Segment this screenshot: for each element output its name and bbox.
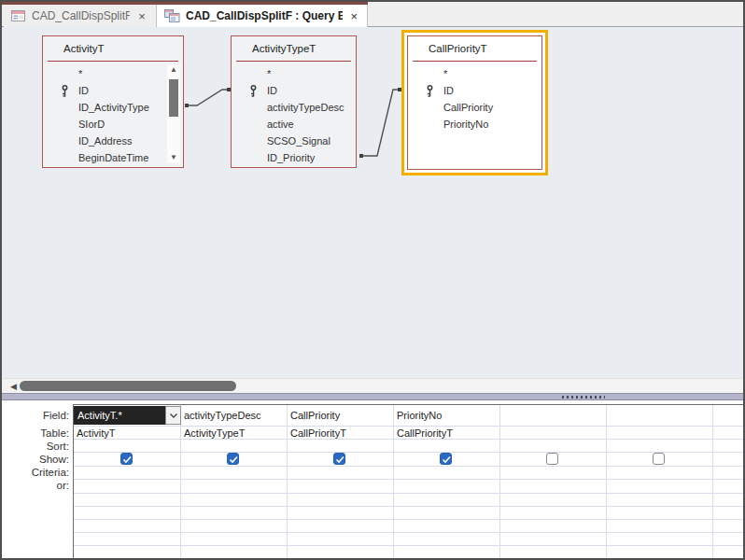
check-icon xyxy=(442,455,452,464)
field-row[interactable]: ID_ActivityType xyxy=(43,100,168,115)
field-row[interactable]: active xyxy=(232,117,352,132)
field-row-id[interactable]: ID xyxy=(408,83,538,98)
grid-row-label-table: Table: xyxy=(2,427,69,440)
document-tab-bar: CAD_CallDispSplitF × CAD_CallDispSplitF … xyxy=(2,2,743,27)
or-row[interactable] xyxy=(74,479,743,492)
field-row[interactable]: ID_Priority xyxy=(232,150,352,165)
table-title: ActivityT xyxy=(43,36,183,61)
sort-row[interactable] xyxy=(74,439,743,452)
table-title: CallPriorityT xyxy=(408,36,541,61)
close-icon[interactable]: × xyxy=(135,9,148,23)
field-row[interactable]: SCSO_Signal xyxy=(232,133,352,148)
title-divider xyxy=(48,61,178,62)
close-icon[interactable]: × xyxy=(348,9,359,23)
grid-row-line xyxy=(74,519,743,520)
chevron-down-icon xyxy=(169,413,178,419)
table-cell[interactable]: ActivityT xyxy=(77,427,116,440)
grid-row-label-criteria: Criteria: xyxy=(2,466,69,479)
field-row-asterisk[interactable]: * xyxy=(232,66,352,81)
scroll-up-icon[interactable]: ▲ xyxy=(167,64,180,76)
grid-row-line xyxy=(74,493,743,494)
check-icon xyxy=(229,455,239,464)
table-cell[interactable]: CallPriorityT xyxy=(397,427,453,440)
show-checkbox-unchecked[interactable] xyxy=(546,453,558,465)
query-grid-pane: Field: Table: Sort: Show: Criteria: or: … xyxy=(2,400,743,558)
grid-row-line xyxy=(74,545,743,546)
grid-row-line xyxy=(74,532,743,533)
grid-row-label-show: Show: xyxy=(2,453,69,466)
table-card-callpriorityt-selection[interactable]: CallPriorityT * ID CallPriority Priority… xyxy=(401,30,548,175)
query-builder-icon xyxy=(164,9,180,22)
key-icon xyxy=(249,85,258,97)
table-card-activitytypet[interactable]: ActivityTypeT * ID activityTypeDesc acti… xyxy=(231,35,357,168)
field-row-asterisk[interactable]: * xyxy=(43,66,168,81)
check-icon xyxy=(122,455,133,464)
show-checkbox[interactable] xyxy=(440,453,452,465)
table-card-activityt[interactable]: ActivityT * ID ID_ActivityType SIorD ID_… xyxy=(42,35,184,168)
tab-label: CAD_CallDispSplitF : Query Builder xyxy=(186,9,343,22)
grid-row-label-field: Field: xyxy=(2,409,69,422)
field-cell-selected[interactable]: ActivityT.* xyxy=(74,406,165,425)
field-row[interactable]: SIorD xyxy=(43,117,168,132)
tab-query-builder[interactable]: CAD_CallDispSplitF : Query Builder × xyxy=(157,5,368,27)
check-icon xyxy=(335,455,345,464)
field-cell[interactable]: PriorityNo xyxy=(397,409,442,422)
join-line-activitytypet-callpriorityt[interactable] xyxy=(359,88,401,158)
field-row-id[interactable]: ID xyxy=(232,83,352,98)
field-row-asterisk[interactable]: * xyxy=(408,66,538,81)
grid-row-line xyxy=(74,452,743,453)
field-cell[interactable]: CallPriority xyxy=(290,409,340,422)
table-scrollbar[interactable]: ▲ ▼ xyxy=(167,64,180,163)
grid-row-label-or: or: xyxy=(2,479,69,492)
show-checkbox[interactable] xyxy=(333,453,345,465)
scrollbar-thumb[interactable] xyxy=(20,381,236,391)
title-divider xyxy=(236,61,351,62)
scrollbar-thumb[interactable] xyxy=(169,79,178,117)
show-checkbox[interactable] xyxy=(120,453,133,465)
pane-splitter[interactable] xyxy=(2,393,743,400)
form-icon xyxy=(11,9,26,22)
grid-row-label-sort: Sort: xyxy=(2,440,69,453)
table-title: ActivityTypeT xyxy=(232,36,356,61)
show-checkbox[interactable] xyxy=(227,453,239,465)
field-row[interactable]: CallPriority xyxy=(408,100,538,115)
query-design-pane: ActivityT * ID ID_ActivityType SIorD ID_… xyxy=(2,27,743,378)
field-row[interactable]: BeginDateTime xyxy=(43,150,168,165)
scroll-left-icon[interactable]: ◀ xyxy=(7,381,20,392)
grid-row-line xyxy=(74,506,743,507)
table-cell[interactable]: ActivityTypeT xyxy=(184,427,245,440)
table-card-callpriorityt[interactable]: CallPriorityT * ID CallPriority Priority… xyxy=(407,35,542,170)
key-icon xyxy=(61,85,69,97)
splitter-grip xyxy=(562,396,605,399)
grid-border-top xyxy=(73,404,743,405)
field-dropdown-button[interactable] xyxy=(165,406,181,425)
scroll-down-icon[interactable]: ▼ xyxy=(167,152,180,163)
field-cell[interactable]: activityTypeDesc xyxy=(184,409,261,422)
field-row[interactable]: ID_Address xyxy=(43,133,168,148)
title-divider xyxy=(413,61,537,62)
key-icon xyxy=(426,85,434,97)
criteria-row[interactable] xyxy=(74,466,743,479)
join-line-activityt-activitytypet[interactable] xyxy=(185,88,231,107)
field-row-id[interactable]: ID xyxy=(43,83,168,98)
horizontal-scrollbar[interactable]: ◀ xyxy=(2,378,743,393)
table-cell[interactable]: CallPriorityT xyxy=(290,427,346,440)
tab-label: CAD_CallDispSplitF xyxy=(32,9,130,22)
field-cell-empty[interactable] xyxy=(503,409,606,422)
field-cell-empty[interactable] xyxy=(610,409,712,422)
tab-cad-calldispsplitf[interactable]: CAD_CallDispSplitF × xyxy=(4,5,157,27)
field-row[interactable]: activityTypeDesc xyxy=(232,100,352,115)
field-row[interactable]: PriorityNo xyxy=(408,117,538,132)
show-checkbox-unchecked[interactable] xyxy=(653,453,665,465)
